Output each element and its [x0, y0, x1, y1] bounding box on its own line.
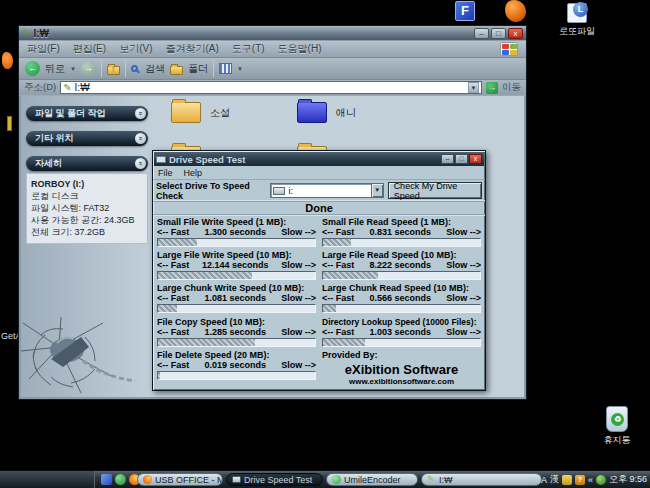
taskbar-button-firefox[interactable]: USB OFFICE - Mozil... — [137, 473, 223, 486]
test-value: 0.831 seconds — [369, 227, 431, 237]
panel-expand-icon[interactable]: » — [135, 133, 146, 144]
go-button-icon[interactable]: → — [486, 82, 498, 94]
drive-icon — [273, 187, 285, 195]
test-value: 8.222 seconds — [369, 260, 431, 270]
status-text: Done — [153, 201, 485, 215]
close-button[interactable]: x — [508, 28, 523, 39]
menu-view[interactable]: 보기(V) — [119, 42, 152, 56]
test-value: 1.285 seconds — [204, 327, 266, 337]
slow-label: Slow --> — [281, 227, 316, 237]
address-label: 주소(D) — [24, 81, 56, 94]
panel-collapse-icon[interactable]: » — [135, 158, 146, 169]
up-folder-icon[interactable]: ↑ — [107, 66, 120, 75]
tray-app-icon[interactable] — [562, 475, 572, 485]
panel-other-places[interactable]: 기타 위치 » — [26, 131, 148, 146]
progress-bar — [322, 304, 481, 313]
folders-view-icon[interactable] — [170, 66, 183, 75]
folder-item-anime[interactable]: 애니 — [297, 102, 356, 123]
fast-label: <-- Fast — [322, 227, 354, 237]
drive-free-space: 사용 가능한 공간: 24.3GB — [31, 214, 143, 226]
menu-favorites[interactable]: 즐겨찾기(A) — [165, 42, 218, 56]
test-large-file-read: Large File Read Speed (10 MB): <-- Fast8… — [322, 250, 481, 281]
maximize-button[interactable]: □ — [491, 28, 506, 39]
combo-dropdown-icon[interactable]: ▼ — [371, 184, 383, 197]
provided-by-label: Provided By: — [322, 350, 481, 360]
panel-file-folder-tasks[interactable]: 파일 및 폴더 작업 » — [26, 106, 148, 121]
test-directory-lookup: Directory Lookup Speed (10000 Files): <-… — [322, 317, 481, 348]
desktop-icon-orange-app[interactable] — [505, 0, 526, 22]
ime-english-icon[interactable]: A — [541, 475, 547, 485]
fast-label: <-- Fast — [157, 260, 189, 270]
fast-label: <-- Fast — [157, 360, 189, 370]
back-button-icon[interactable]: ← — [25, 61, 40, 76]
close-button[interactable]: x — [469, 154, 482, 164]
menu-tools[interactable]: 도구(T) — [232, 42, 265, 56]
address-input[interactable]: ✎ I:₩ ▼ — [60, 81, 482, 94]
desktop-icon-recycle-bin[interactable]: ♻ 휴지통 — [595, 406, 639, 447]
forward-button-icon[interactable]: → — [81, 61, 96, 76]
slow-label: Slow --> — [446, 293, 481, 303]
maximize-button[interactable]: □ — [455, 154, 468, 164]
window-icon — [232, 476, 241, 483]
desktop-icon-lotto[interactable]: L 로또파일 — [555, 3, 599, 38]
drive-name: RORBOY (I:) — [31, 178, 143, 190]
orange-app-icon — [505, 0, 526, 22]
test-large-chunk-write: Large Chunk Write Speed (10 MB): <-- Fas… — [157, 283, 316, 314]
tray-overflow-icon[interactable]: « — [588, 475, 593, 485]
menu-file[interactable]: 파일(F) — [27, 42, 60, 56]
drive-select-combo[interactable]: i: ▼ — [270, 183, 383, 198]
back-dropdown-icon[interactable]: ▼ — [70, 66, 76, 72]
explorer-titlebar[interactable]: ✎ I:₩ – □ x — [19, 26, 526, 41]
menu-help[interactable]: 도움말(H) — [278, 42, 322, 56]
minimize-button[interactable]: – — [474, 28, 489, 39]
quicklaunch-app-icon[interactable] — [115, 474, 126, 485]
explorer-toolbar: ← 뒤로 ▼ → ↑ 검색 폴더 ▼ — [19, 58, 526, 80]
menu-help[interactable]: Help — [184, 168, 203, 178]
lotto-file-icon: L — [567, 3, 587, 23]
panel-expand-icon[interactable]: » — [135, 108, 146, 119]
slow-label: Slow --> — [446, 327, 481, 337]
check-drive-speed-button[interactable]: Check My Drive Speed — [388, 182, 482, 199]
search-button-label[interactable]: 검색 — [145, 62, 165, 76]
software-vendor-name: eXibition Software — [322, 362, 481, 377]
back-button-label[interactable]: 뒤로 — [45, 62, 65, 76]
ime-hanja-icon[interactable]: 漢 — [550, 473, 559, 486]
taskbar-button-drive-speed-test[interactable]: Drive Speed Test — [226, 473, 323, 486]
address-dropdown-button[interactable]: ▼ — [468, 82, 479, 93]
search-icon[interactable] — [131, 65, 138, 72]
desktop-icon-flashget[interactable]: F — [455, 1, 475, 21]
tray-help-icon[interactable]: ? — [575, 475, 585, 485]
start-button[interactable] — [0, 471, 95, 488]
tray-status-icon[interactable] — [596, 475, 606, 485]
menu-file[interactable]: File — [158, 168, 173, 178]
partial-desktop-icon[interactable] — [7, 116, 12, 131]
folders-button-label[interactable]: 폴더 — [188, 62, 208, 76]
drive-pencil-icon: ✎ — [22, 28, 30, 38]
clock: 오후 9:56 — [609, 473, 647, 486]
test-small-file-read: Small File Read Speed (1 MB): <-- Fast0.… — [322, 217, 481, 248]
speedtest-titlebar[interactable]: Drive Speed Test – □ x — [154, 152, 484, 166]
progress-bar — [322, 271, 481, 280]
provided-by-block: Provided By: eXibition Software www.exib… — [322, 350, 481, 387]
taskbar-button-explorer[interactable]: ✎ I:₩ — [421, 473, 542, 486]
quicklaunch-document-icon[interactable] — [101, 474, 112, 485]
test-value: 0.566 seconds — [369, 293, 431, 303]
spiderweb-theme-art — [21, 317, 153, 397]
explorer-window-title: I:₩ — [33, 28, 49, 39]
minimize-button[interactable]: – — [441, 154, 454, 164]
taskbar-button-umileencoder[interactable]: UmileEncoder — [326, 473, 418, 486]
folder-label: 소설 — [210, 106, 230, 120]
views-dropdown-icon[interactable]: ▼ — [237, 66, 243, 72]
selected-drive: i: — [288, 186, 293, 196]
partial-desktop-icon[interactable] — [2, 52, 13, 69]
speedtest-controls: Select Drive To Speed Check i: ▼ Check M… — [153, 180, 485, 201]
slow-label: Slow --> — [281, 293, 316, 303]
views-icon[interactable] — [219, 63, 232, 74]
taskbar: » USB OFFICE - Mozil... Drive Speed Test… — [0, 470, 650, 488]
go-button-label[interactable]: 이동 — [502, 81, 521, 94]
panel-details[interactable]: 자세히 » — [26, 156, 148, 171]
folder-item-novel[interactable]: 소설 — [171, 102, 230, 123]
drive-speed-test-window: Drive Speed Test – □ x File Help Select … — [152, 150, 486, 391]
test-file-delete: File Delete Speed (20 MB): <-- Fast0.019… — [157, 350, 316, 387]
menu-edit[interactable]: 편집(E) — [73, 42, 106, 56]
